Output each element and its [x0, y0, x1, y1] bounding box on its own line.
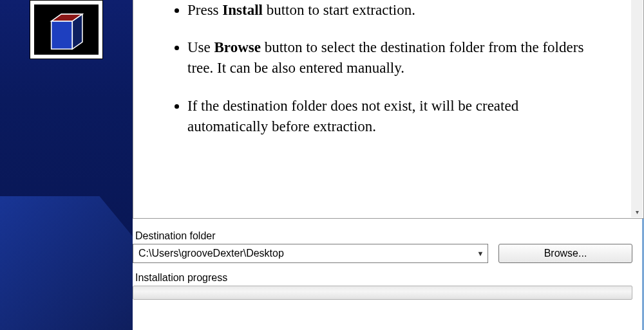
progress-label: Installation progress [135, 272, 635, 284]
instruction-item: Press Install button to start extraction… [187, 0, 591, 21]
destination-label: Destination folder [135, 230, 635, 242]
progress-bar [133, 286, 632, 300]
scrollbar[interactable]: ▾ [631, 0, 643, 217]
product-icon-bg [34, 5, 99, 55]
browse-button[interactable]: Browse... [498, 244, 632, 263]
text: button to start extraction. [263, 2, 415, 18]
chevron-down-icon[interactable]: ▼ [473, 244, 488, 262]
instruction-item: Use Browse button to select the destinat… [187, 37, 591, 78]
svg-marker-0 [52, 21, 73, 50]
instructions-panel: Press Install button to start extraction… [133, 0, 644, 219]
installer-window: Press Install button to start extraction… [0, 0, 644, 330]
bold-text: Install [222, 2, 263, 18]
text: Use [187, 39, 214, 55]
text: Press [187, 2, 222, 18]
destination-combobox[interactable]: C:\Users\grooveDexter\Desktop ▼ [133, 244, 488, 263]
instruction-item: If the destination folder does not exist… [187, 96, 591, 137]
sidebar-panel [0, 0, 133, 330]
browse-button-label: Browse... [544, 248, 587, 259]
instructions-text: Press Install button to start extraction… [166, 0, 591, 154]
sidebar-decoration [0, 196, 133, 330]
product-icon-frame [30, 0, 103, 59]
scroll-down-icon[interactable]: ▾ [631, 206, 643, 217]
destination-value[interactable]: C:\Users\grooveDexter\Desktop [133, 248, 473, 259]
package-box-icon [41, 7, 91, 52]
bold-text: Browse [214, 39, 261, 55]
form-area: Destination folder C:\Users\grooveDexter… [133, 230, 635, 300]
text: If the destination folder does not exist… [187, 98, 518, 134]
